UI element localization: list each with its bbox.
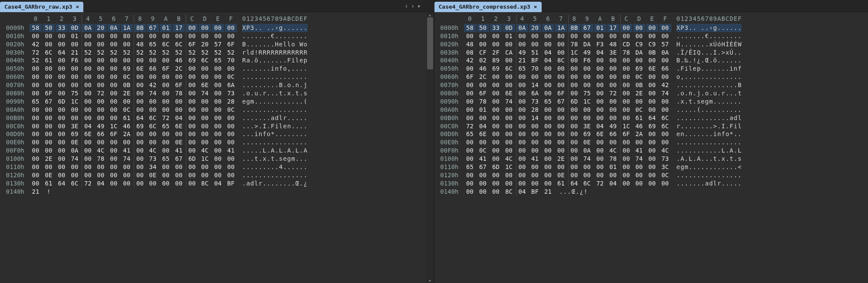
byte-cell[interactable]: 02 xyxy=(477,56,489,65)
byte-cell[interactable]: 00 xyxy=(542,114,554,122)
byte-cell[interactable]: 00 xyxy=(503,171,515,179)
byte-cell[interactable]: 00 xyxy=(147,179,159,188)
byte-cell[interactable]: 52 xyxy=(108,49,120,57)
byte-cell[interactable]: 00 xyxy=(659,106,671,114)
byte-cell[interactable]: 00 xyxy=(82,155,94,163)
hex-row[interactable]: 0100h0041004C0041002E0074007800740073.A.… xyxy=(438,155,865,163)
byte-cell[interactable]: 00 xyxy=(620,171,632,179)
byte-cell[interactable]: 00 xyxy=(490,98,502,106)
byte-cell[interactable]: 6F xyxy=(108,130,120,138)
byte-cell[interactable]: 00 xyxy=(620,138,632,146)
byte-cell[interactable]: 0A xyxy=(659,49,671,57)
byte-cell[interactable]: 04 xyxy=(542,49,554,57)
byte-cell[interactable]: 00 xyxy=(95,163,107,171)
byte-cell[interactable]: 00 xyxy=(30,171,42,179)
byte-cell[interactable]: DA xyxy=(581,40,593,49)
byte-cell[interactable]: 66 xyxy=(95,130,107,138)
byte-cell[interactable]: 65 xyxy=(464,130,476,138)
byte-cell[interactable]: 00 xyxy=(108,138,120,146)
byte-cell[interactable]: 00 xyxy=(30,32,42,40)
ascii-cell[interactable]: XP3.. ..‹g...... xyxy=(677,24,742,32)
byte-cell[interactable]: 00 xyxy=(490,106,502,114)
byte-cell[interactable]: 00 xyxy=(594,171,606,179)
byte-cell[interactable]: 00 xyxy=(121,171,133,179)
hex-row[interactable]: 0140h21! xyxy=(3,188,431,196)
byte-cell[interactable]: 00 xyxy=(633,24,645,32)
byte-cell[interactable]: 00 xyxy=(82,138,94,146)
byte-cell[interactable]: 00 xyxy=(620,24,632,32)
byte-cell[interactable]: 00 xyxy=(646,81,658,89)
byte-cell[interactable]: 69 xyxy=(581,130,593,138)
byte-cell[interactable]: 0E xyxy=(173,138,185,146)
byte-cell[interactable]: 00 xyxy=(516,114,528,122)
byte-cell[interactable]: 14 xyxy=(529,114,541,122)
byte-cell[interactable]: 6F xyxy=(555,89,567,98)
byte-cell[interactable]: 73 xyxy=(147,155,159,163)
byte-cell[interactable]: 42 xyxy=(147,81,159,89)
byte-cell[interactable]: 78 xyxy=(607,155,619,163)
ascii-cell[interactable]: .Filep.......inf xyxy=(677,65,742,73)
byte-cell[interactable]: 00 xyxy=(134,146,146,155)
byte-cell[interactable]: 74 xyxy=(659,89,671,98)
byte-cell[interactable]: 00 xyxy=(56,114,68,122)
byte-cell[interactable]: 6C xyxy=(173,40,185,49)
byte-cell[interactable]: 00 xyxy=(225,155,237,163)
byte-cell[interactable]: 66 xyxy=(659,65,671,73)
byte-cell[interactable]: 00 xyxy=(646,171,658,179)
byte-cell[interactable]: 00 xyxy=(490,146,502,155)
byte-cell[interactable]: 6F xyxy=(620,130,632,138)
byte-cell[interactable]: 6F xyxy=(225,40,237,49)
byte-cell[interactable]: C9 xyxy=(646,40,658,49)
byte-cell[interactable]: 00 xyxy=(69,81,81,89)
byte-cell[interactable]: 00 xyxy=(108,106,120,114)
byte-cell[interactable]: 00 xyxy=(607,98,619,106)
byte-cell[interactable]: 00 xyxy=(82,73,94,81)
byte-cell[interactable]: 6E xyxy=(173,122,185,130)
byte-cell[interactable]: 00 xyxy=(464,155,476,163)
byte-cell[interactable]: 00 xyxy=(646,89,658,98)
byte-cell[interactable]: 52 xyxy=(134,49,146,57)
byte-cell[interactable]: 2F xyxy=(490,49,502,57)
byte-cell[interactable]: 00 xyxy=(581,65,593,73)
byte-cell[interactable]: 00 xyxy=(212,122,224,130)
byte-cell[interactable]: 00 xyxy=(225,171,237,179)
byte-cell[interactable]: 00 xyxy=(568,114,580,122)
byte-cell[interactable]: 73 xyxy=(529,98,541,106)
byte-cell[interactable]: 74 xyxy=(633,155,645,163)
byte-cell[interactable]: 00 xyxy=(607,138,619,146)
byte-cell[interactable]: 64 xyxy=(568,179,580,188)
byte-cell[interactable]: 00 xyxy=(516,98,528,106)
byte-cell[interactable]: 00 xyxy=(56,32,68,40)
byte-cell[interactable]: 48 xyxy=(464,40,476,49)
byte-cell[interactable]: 00 xyxy=(503,146,515,155)
byte-cell[interactable]: 00 xyxy=(186,32,198,40)
byte-cell[interactable]: 00 xyxy=(134,73,146,81)
byte-cell[interactable]: 00 xyxy=(542,179,554,188)
byte-cell[interactable]: 72 xyxy=(594,179,606,188)
hex-row[interactable]: 0110h00000000000000000034000000000000...… xyxy=(3,163,431,171)
byte-cell[interactable]: 00 xyxy=(646,56,658,65)
byte-cell[interactable]: 00 xyxy=(516,130,528,138)
byte-cell[interactable]: 00 xyxy=(173,32,185,40)
byte-cell[interactable]: 0E xyxy=(69,138,81,146)
byte-cell[interactable]: 00 xyxy=(108,171,120,179)
byte-cell[interactable]: 00 xyxy=(516,32,528,40)
byte-cell[interactable]: 00 xyxy=(43,130,55,138)
byte-cell[interactable]: 69 xyxy=(490,65,502,73)
byte-cell[interactable]: 00 xyxy=(477,114,489,122)
byte-cell[interactable]: 00 xyxy=(659,98,671,106)
ascii-cell[interactable]: B.......Hello Wo xyxy=(242,40,308,49)
ascii-cell[interactable]: .adlr........Œ.¿ xyxy=(242,179,308,188)
byte-cell[interactable]: 00 xyxy=(134,155,146,163)
byte-cell[interactable]: 00 xyxy=(490,171,502,179)
byte-cell[interactable]: 00 xyxy=(529,146,541,155)
byte-cell[interactable]: 2E xyxy=(121,89,133,98)
ascii-cell[interactable]: egm............< xyxy=(677,163,742,171)
byte-cell[interactable]: 04 xyxy=(82,122,94,130)
byte-cell[interactable]: 00 xyxy=(82,146,94,155)
byte-cell[interactable]: 00 xyxy=(503,179,515,188)
byte-cell[interactable]: 00 xyxy=(186,73,198,81)
ascii-cell[interactable]: .....L.A.L.A.L.A xyxy=(242,146,308,155)
byte-cell[interactable]: 00 xyxy=(646,179,658,188)
byte-cell[interactable]: 00 xyxy=(225,163,237,171)
